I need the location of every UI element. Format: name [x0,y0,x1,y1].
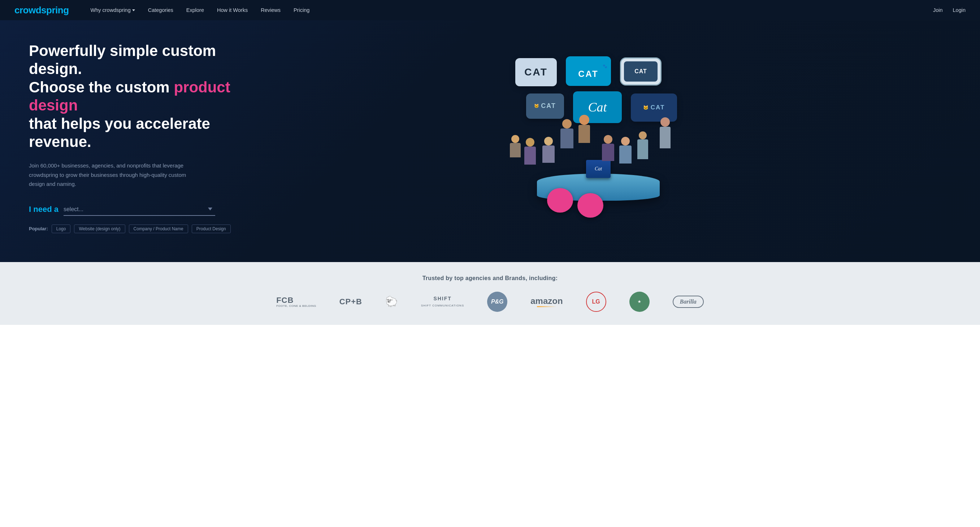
nav-join-link[interactable]: Join [933,7,943,13]
person-standing [660,117,671,148]
animal-icon: 🐑 [385,295,398,308]
person-right-2 [619,137,632,163]
hero-illustration: CAT 🐾 CAT CAT 🐱CAT Cat 🐱CAT Cat [245,51,951,224]
nav-links: Why crowdspring Categories Explore How i… [91,7,933,13]
fcb-logo: FCB FOOTE, CONE & BELDING [276,295,316,308]
brands-title: Trusted by top agencies and Brands, incl… [423,275,558,281]
service-select[interactable]: select... Logo Website (design only) Com… [64,203,215,215]
brand-barilla: Barilla [673,295,704,308]
popular-tag-logo[interactable]: Logo [52,224,71,233]
ineed-row: I need a select... Logo Website (design … [29,203,245,216]
person-center-2 [579,115,590,143]
brand-animal: 🐑 [385,295,398,308]
nav-pricing[interactable]: Pricing [294,7,309,13]
brand-cpb: CP+B [339,297,362,306]
illustration-container: CAT 🐾 CAT CAT 🐱CAT Cat 🐱CAT Cat [504,54,692,221]
amazon-logo: amazon [530,296,563,307]
logo-bubble-4: 🐱CAT [526,94,564,119]
popular-tag-website[interactable]: Website (design only) [74,224,125,233]
person-right-1 [602,135,614,161]
chair-left [547,188,573,213]
logo-bubble-2: 🐾 CAT [566,56,611,86]
site-logo[interactable]: crowdspring [14,5,69,16]
person-center-1 [560,119,573,148]
nav-reviews[interactable]: Reviews [261,7,280,13]
cpb-logo: CP+B [339,297,362,306]
shift-logo: SHIFT SHIFT COMMUNICATIONS [421,295,464,308]
brands-strip: Trusted by top agencies and Brands, incl… [0,262,980,325]
nav-how-it-works[interactable]: How it Works [217,7,248,13]
person-3 [542,137,555,163]
brand-pg: P&G [487,292,508,312]
person-right-3 [637,132,648,159]
nav-why-crowdspring[interactable]: Why crowdspring [91,7,135,13]
ineed-label: I need a [29,205,59,214]
chair-right [578,193,603,217]
barilla-logo: Barilla [673,295,704,308]
brand-starbucks: ★ [629,292,650,312]
service-select-wrapper: select... Logo Website (design only) Com… [64,203,215,216]
brand-lg: LG [586,292,606,312]
nav-explore[interactable]: Explore [186,7,204,13]
person-1 [510,135,521,157]
popular-row: Popular: Logo Website (design only) Comp… [29,224,245,233]
popular-label: Popular: [29,226,48,232]
popular-tag-company-name[interactable]: Company / Product Name [129,224,188,233]
pg-logo: P&G [487,292,508,312]
chevron-down-icon [132,10,135,11]
brands-logos: FCB FOOTE, CONE & BELDING CP+B 🐑 SHIFT S… [276,292,704,312]
navbar: crowdspring Why crowdspring Categories E… [0,0,980,20]
nav-login-link[interactable]: Login [953,7,966,13]
hero-title: Powerfully simple custom design. Choose … [29,42,245,151]
brand-shift: SHIFT SHIFT COMMUNICATIONS [421,295,464,308]
person-2 [524,138,536,165]
starbucks-logo: ★ [629,292,650,312]
hero-section: Powerfully simple custom design. Choose … [0,20,980,262]
logo-bubble-3: CAT [620,57,662,86]
laptop-display: Cat [586,160,611,178]
nav-right-links: Join Login [933,7,966,13]
lg-logo: LG [586,292,606,312]
popular-tag-product-design[interactable]: Product Design [192,224,231,233]
nav-categories[interactable]: Categories [148,7,173,13]
brand-fcb: FCB FOOTE, CONE & BELDING [276,295,316,308]
hero-subtitle: Join 60,000+ businesses, agencies, and n… [29,161,188,189]
logo-bubble-1: CAT [515,58,557,86]
brand-amazon: amazon [530,296,563,307]
hero-content: Powerfully simple custom design. Choose … [29,42,245,233]
